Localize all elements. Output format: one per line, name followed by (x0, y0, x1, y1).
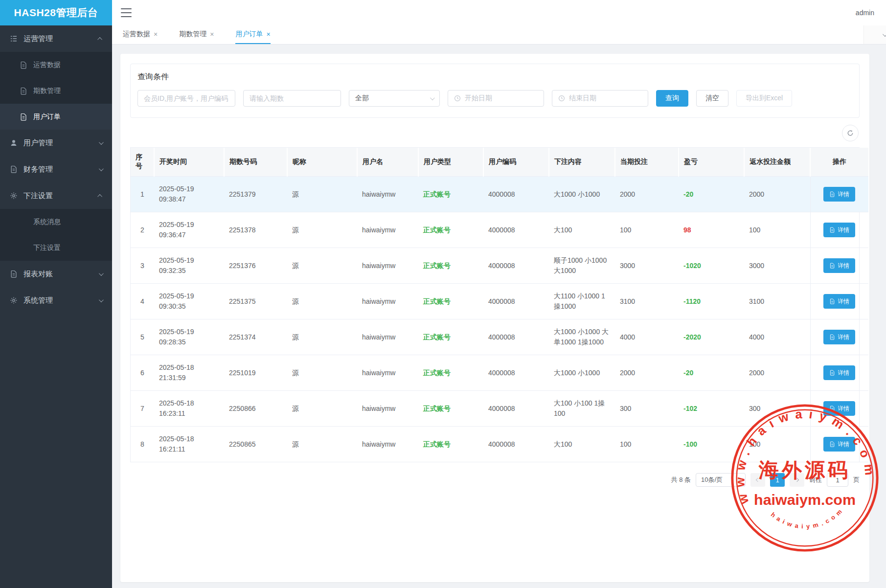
detail-button[interactable]: 详情 (823, 330, 855, 344)
cell-profit: -20 (679, 177, 744, 212)
detail-button[interactable]: 详情 (823, 223, 855, 237)
page-size-select[interactable]: 10条/页 (696, 473, 746, 487)
detail-button[interactable]: 详情 (823, 258, 855, 273)
sidebar-item-label: 用户订单 (33, 113, 61, 121)
cell-issue: 2251379 (224, 177, 287, 212)
sidebar-item-system-messages[interactable]: 系统消息 (0, 209, 112, 235)
detail-button-label: 详情 (838, 333, 849, 341)
cell-issue: 2251376 (224, 248, 287, 284)
sidebar-item-bet-settings-group[interactable]: 下注设置 (0, 182, 112, 209)
document-icon (20, 87, 27, 95)
close-icon[interactable]: × (266, 31, 270, 38)
sidebar: HASH28管理后台 运营管理 运营数据 期数管理 用户订单 用户管理 (0, 0, 112, 588)
cell-user-type: 正式账号 (418, 212, 483, 248)
member-keyword-input[interactable] (137, 90, 235, 107)
user-menu[interactable]: admin (856, 9, 874, 17)
detail-button-label: 详情 (838, 440, 849, 449)
cell-no: 8 (131, 427, 154, 462)
detail-button[interactable]: 详情 (823, 437, 855, 452)
cell-profit: -1120 (679, 284, 744, 319)
sidebar-item-user-management[interactable]: 用户管理 (0, 130, 112, 156)
table-row: 5 2025-05-19 09:28:35 2251374 源 haiwaiym… (131, 319, 868, 355)
col-header-profit: 盈亏 (679, 148, 744, 177)
gear-icon (10, 192, 18, 200)
search-button[interactable]: 查询 (656, 90, 688, 107)
cell-no: 6 (131, 355, 154, 391)
sidebar-item-system-management[interactable]: 系统管理 (0, 287, 112, 314)
issue-number-input[interactable] (243, 90, 341, 107)
close-icon[interactable]: × (154, 31, 158, 38)
filter-panel: 查询条件 全部 开始日期 结束日期 查询 清空 导出到Excel (130, 64, 860, 118)
sidebar-item-label: 报表对账 (23, 270, 53, 279)
sidebar-item-finance-management[interactable]: 财务管理 (0, 156, 112, 182)
cell-no: 5 (131, 319, 154, 355)
cell-username: haiwaiymw (357, 355, 418, 391)
export-excel-button[interactable]: 导出到Excel (736, 90, 792, 107)
cell-bet-content: 大100 小100 1操100 (549, 391, 615, 427)
user-type-select[interactable]: 全部 (349, 90, 440, 107)
filter-panel-title: 查询条件 (137, 72, 852, 82)
main-content: 查询条件 全部 开始日期 结束日期 查询 清空 导出到Excel (112, 45, 886, 588)
cell-bet-content: 大1000 小1000 (549, 355, 615, 391)
tab-user-orders[interactable]: 用户订单 × (235, 25, 270, 44)
cell-rebate: 100 (744, 427, 810, 462)
sidebar-item-issue-management[interactable]: 期数管理 (0, 78, 112, 104)
pagination-total: 共 8 条 (671, 475, 691, 484)
cell-user-code: 4000008 (483, 427, 549, 462)
cell-username: haiwaiymw (357, 391, 418, 427)
col-header-actions: 操作 (810, 148, 868, 177)
detail-button[interactable]: 详情 (823, 294, 855, 309)
list-icon (10, 35, 18, 43)
detail-button[interactable]: 详情 (823, 187, 855, 202)
hamburger-menu-icon[interactable] (121, 8, 132, 17)
cell-username: haiwaiymw (357, 248, 418, 284)
cell-no: 1 (131, 177, 154, 212)
document-icon (829, 406, 835, 411)
start-date-input[interactable]: 开始日期 (448, 90, 544, 107)
cell-open-time: 2025-05-18 16:21:11 (154, 427, 224, 462)
sidebar-item-operation-management[interactable]: 运营管理 (0, 25, 112, 52)
sidebar-item-bet-settings[interactable]: 下注设置 (0, 235, 112, 261)
detail-button[interactable]: 详情 (823, 401, 855, 416)
refresh-button[interactable] (842, 125, 859, 141)
cell-no: 4 (131, 284, 154, 319)
sidebar-item-report-reconciliation[interactable]: 报表对账 (0, 261, 112, 287)
cell-nickname: 源 (287, 355, 357, 391)
prev-page-button[interactable] (750, 473, 765, 487)
table-row: 8 2025-05-18 16:21:11 2250865 源 haiwaiym… (131, 427, 868, 462)
operation-submenu: 运营数据 期数管理 用户订单 (0, 52, 112, 130)
tab-label: 用户订单 (235, 30, 263, 39)
cell-user-code: 4000008 (483, 319, 549, 355)
end-date-input[interactable]: 结束日期 (552, 90, 648, 107)
current-page-button[interactable]: 1 (770, 473, 785, 487)
cell-nickname: 源 (287, 248, 357, 284)
goto-page-input[interactable] (827, 473, 848, 487)
clock-icon (454, 95, 461, 102)
close-icon[interactable]: × (210, 31, 214, 38)
tab-issue-management[interactable]: 期数管理 × (179, 25, 214, 44)
col-header-user-type: 用户类型 (418, 148, 483, 177)
cell-actions: 详情 (810, 177, 868, 212)
table-row: 2 2025-05-19 09:36:47 2251378 源 haiwaiym… (131, 212, 868, 248)
cell-actions: 详情 (810, 284, 868, 319)
end-date-placeholder: 结束日期 (569, 94, 596, 103)
cell-open-time: 2025-05-19 09:32:35 (154, 248, 224, 284)
tabbar-collapse-button[interactable] (863, 25, 886, 44)
detail-button-label: 详情 (838, 190, 849, 199)
tab-operation-data[interactable]: 运营数据 × (123, 25, 158, 44)
sidebar-item-user-orders[interactable]: 用户订单 (0, 104, 112, 130)
sidebar-item-label: 下注设置 (33, 244, 61, 252)
cell-actions: 详情 (810, 319, 868, 355)
document-icon (10, 270, 18, 278)
cell-user-type: 正式账号 (418, 248, 483, 284)
detail-button[interactable]: 详情 (823, 365, 855, 380)
clear-button[interactable]: 清空 (696, 90, 728, 107)
cell-username: haiwaiymw (357, 427, 418, 462)
sidebar-item-operation-data[interactable]: 运营数据 (0, 52, 112, 78)
cell-open-time: 2025-05-19 09:30:35 (154, 284, 224, 319)
next-page-button[interactable] (790, 473, 804, 487)
chevron-down-icon (883, 32, 886, 37)
cell-nickname: 源 (287, 177, 357, 212)
detail-button-label: 详情 (838, 297, 849, 306)
cell-profit: 98 (679, 212, 744, 248)
